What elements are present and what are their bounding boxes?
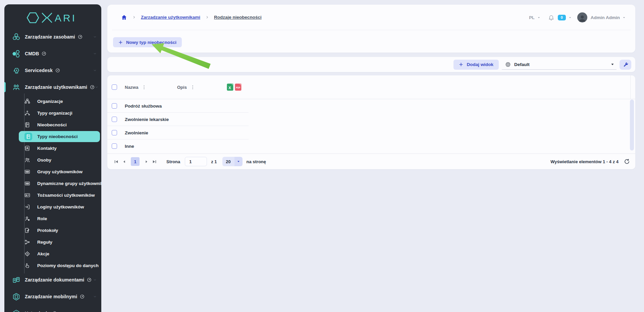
export-excel-button[interactable]: X [227,83,233,91]
sidebar-item-tozsamosci[interactable]: Tożsamości użytkowników [4,189,101,201]
dashboard-gauge-icon[interactable] [55,68,60,73]
first-page-button[interactable] [112,158,120,166]
oxari-logo-icon: ARI [26,12,79,24]
dashboard-gauge-icon[interactable] [42,51,46,56]
sidebar-item-label: Protokoły [37,228,58,233]
sidebar-item-label: Zarządzanie mobilnymi [25,294,77,299]
sidebar-item-organizacje[interactable]: Organizacje [4,96,101,107]
notification-count-badge[interactable]: 0 [558,15,566,20]
chevron-down-icon[interactable] [93,295,97,299]
table-row[interactable]: Inne [107,139,635,153]
book-icon [24,122,30,128]
sidebar-item-protokoly[interactable]: Protokoły [4,225,101,236]
chevron-down-icon[interactable] [568,16,572,19]
sidebar-item-ustawienia[interactable]: Ustawienia [4,305,101,312]
page-header-card: Zarządzanie użytkownikami Rodzaje nieobe… [107,5,635,53]
sidebar-item-poziomy-dostepu[interactable]: Poziomy dostępu do danych [4,260,101,271]
sidebar-item-role[interactable]: Role [4,213,101,225]
select-all-checkbox[interactable] [112,84,117,90]
sidebar-item-zarzadzanie-dokumentami[interactable]: Zarządzanie dokumentami [4,271,101,288]
sidebar-item-zarzadzanie-zasobami[interactable]: Zarządzanie zasobami [4,28,101,45]
page-of-label: z 1 [211,159,217,164]
servicedesk-icon [12,67,20,74]
table-row[interactable]: Zwolnienie [107,126,635,139]
sidebar-item-zarzadzanie-uzytkownikami[interactable]: Zarządzanie użytkownikami [4,79,101,96]
chevron-down-icon[interactable] [93,68,97,72]
target-icon [24,251,30,257]
column-menu-icon[interactable] [190,85,195,90]
table-row[interactable]: Podróż służbowa [107,99,635,113]
row-nazwa: Podróż służbowa [125,104,162,109]
last-page-button[interactable] [150,158,158,166]
sidebar-item-label: Ustawienia [25,311,50,312]
sidebar-item-label: Zarządzanie dokumentami [25,277,84,283]
user-group-icon [24,169,30,175]
contact-card-icon [24,145,30,151]
new-absence-type-button[interactable]: Nowy typ nieobecności [113,37,182,47]
refresh-icon[interactable] [624,159,630,165]
hand-pointer-icon [24,263,30,268]
sidebar-item-zarzadzanie-mobilnymi[interactable]: Zarządzanie mobilnymi [4,288,101,305]
add-view-button[interactable]: Dodaj widok [453,60,499,70]
app-logo[interactable]: ARI [4,4,101,28]
per-page-select[interactable]: 20 [222,157,243,166]
chevron-down-icon[interactable] [93,278,97,282]
sidebar-item-reguly[interactable]: Reguły [4,236,101,248]
sidebar-item-label: Zarządzanie zasobami [25,34,75,40]
column-header-nazwa[interactable]: Nazwa [125,85,138,90]
chevron-down-icon[interactable] [622,16,626,19]
sidebar-item-grupy-uzytkownikow[interactable]: Grupy użytkowników [4,166,101,178]
column-header-opis[interactable]: Opis [177,85,187,90]
sidebar-item-typy-organizacji[interactable]: Typy organizacji [4,107,101,119]
sidebar-item-label: Poziomy dostępu do danych [37,263,99,268]
sidebar-item-label: Zarządzanie użytkownikami [25,84,87,90]
chevron-down-icon[interactable] [537,16,541,19]
sidebar-item-label: Nieobecności [37,122,67,127]
grid-body: Podróż służbowa Zwolnienie lekarskie Zwo… [107,99,635,153]
row-nazwa: Zwolnienie lekarskie [125,117,169,122]
export-pdf-button[interactable]: PDF [235,83,241,91]
sidebar-item-label: Tożsamości użytkowników [37,193,95,198]
view-select[interactable]: Default [502,60,616,70]
sidebar-item-label: Servicedesk [25,68,53,73]
sidebar-item-loginy[interactable]: Loginy użytkowników [4,201,101,213]
breadcrumb-current-absence-types[interactable]: Rodzaje nieobecności [214,15,262,20]
language-selector[interactable]: PL [529,15,535,20]
sidebar-item-kontakty[interactable]: Kontakty [4,142,101,154]
sidebar-item-akcje[interactable]: Akcje [4,248,101,260]
sidebar-item-nieobecnosci[interactable]: Nieobecności [4,119,101,131]
dashboard-gauge-icon[interactable] [90,85,95,89]
chevron-down-icon[interactable] [93,35,97,39]
page-number-input[interactable] [185,157,207,166]
user-avatar[interactable] [577,12,587,22]
home-icon[interactable] [121,14,127,20]
chevron-down-icon[interactable] [93,52,97,56]
absence-types-grid: Nazwa Opis X PDF [107,75,635,169]
previous-page-button[interactable] [120,158,128,166]
dashboard-gauge-icon[interactable] [87,277,92,282]
row-checkbox[interactable] [112,103,117,109]
sidebar-item-cmdb[interactable]: CMDB [4,45,101,62]
table-row[interactable]: Zwolnienie lekarskie [107,113,635,126]
header-user-area: PL 0 Admin Admin [529,5,626,30]
grid-scrollbar[interactable] [630,100,634,150]
column-divider [630,75,631,99]
sidebar-item-typy-nieobecnosci[interactable]: Typy nieobecności [4,131,101,142]
current-page-button[interactable]: 1 [131,157,140,166]
grid-settings-wrench-button[interactable] [620,60,631,70]
chevron-down-icon[interactable] [95,85,99,89]
row-checkbox[interactable] [112,130,117,135]
dashboard-gauge-icon[interactable] [78,35,83,39]
sidebar-item-dynamiczne-grupy[interactable]: Dynamiczne grupy użytkowników [4,178,101,189]
next-page-button[interactable] [142,158,150,166]
breadcrumb-link-users[interactable]: Zarządzanie użytkownikami [141,15,200,20]
grid-header-row: Nazwa Opis X PDF [107,75,635,99]
column-menu-icon[interactable] [142,85,147,90]
sidebar-item-osoby[interactable]: Osoby [4,154,101,166]
dashboard-gauge-icon[interactable] [80,294,85,299]
sidebar-item-servicedesk[interactable]: Servicedesk [4,62,101,79]
user-name[interactable]: Admin Admin [591,15,620,20]
notifications-bell-icon[interactable] [548,14,554,21]
row-checkbox[interactable] [112,117,117,122]
row-checkbox[interactable] [112,143,117,149]
